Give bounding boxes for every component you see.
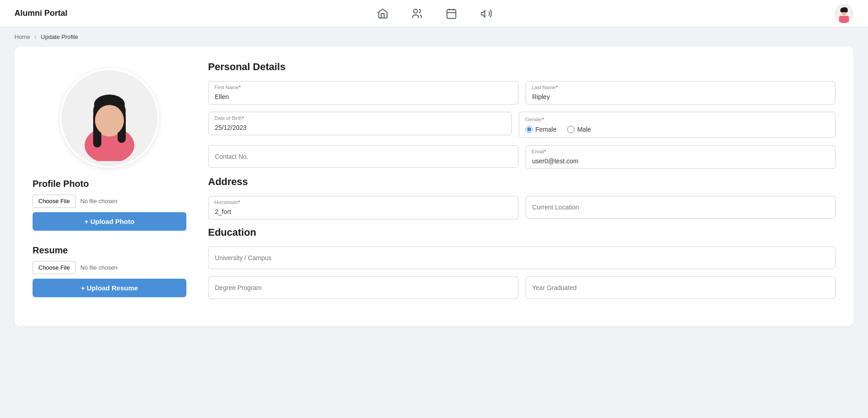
- year-input[interactable]: [526, 276, 836, 299]
- calendar-nav-icon[interactable]: [445, 7, 458, 20]
- main-nav: [376, 7, 492, 20]
- university-row: [208, 247, 835, 269]
- breadcrumb-separator: ›: [34, 33, 36, 40]
- contact-group: [208, 145, 518, 169]
- degree-year-row: [208, 276, 835, 299]
- gender-female-option[interactable]: Female: [526, 126, 557, 133]
- upload-photo-button[interactable]: + Upload Photo: [33, 212, 186, 231]
- resume-choose-file[interactable]: Choose File: [33, 261, 76, 274]
- university-group: [208, 247, 835, 269]
- user-avatar[interactable]: [835, 4, 854, 23]
- gender-male-option[interactable]: Male: [567, 126, 591, 133]
- dob-gender-row: Date of Birth* Gender* Female: [208, 112, 835, 138]
- gender-group: Gender* Female Male: [519, 112, 836, 138]
- breadcrumb-home[interactable]: Home: [14, 33, 30, 40]
- svg-rect-1: [447, 10, 456, 19]
- left-panel: Profile Photo Choose File No file chosen…: [33, 61, 186, 312]
- users-nav-icon[interactable]: [411, 7, 423, 20]
- upload-resume-button[interactable]: + Upload Resume: [33, 279, 186, 297]
- gender-label: Gender*: [526, 117, 829, 122]
- first-name-group: First Name*: [208, 81, 518, 104]
- dob-input[interactable]: [208, 112, 512, 135]
- contact-input[interactable]: [208, 145, 518, 168]
- profile-photo-choose-file[interactable]: Choose File: [33, 195, 76, 208]
- degree-group: [208, 276, 518, 299]
- breadcrumb: Home › Update Profile: [0, 27, 868, 47]
- email-input[interactable]: [526, 145, 836, 169]
- gender-male-label: Male: [577, 126, 591, 133]
- hometown-group: Hometown*: [208, 196, 518, 219]
- personal-details-title: Personal Details: [208, 61, 835, 73]
- last-name-input[interactable]: [526, 81, 836, 104]
- gender-male-radio[interactable]: [567, 126, 574, 133]
- svg-point-0: [413, 9, 417, 13]
- breadcrumb-current: Update Profile: [41, 33, 78, 40]
- degree-input[interactable]: [208, 276, 518, 299]
- svg-rect-7: [839, 16, 849, 23]
- first-name-input[interactable]: [208, 81, 518, 104]
- profile-card: Profile Photo Choose File No file chosen…: [14, 47, 854, 326]
- dob-group: Date of Birth*: [208, 112, 512, 138]
- address-title: Address: [208, 176, 835, 188]
- email-group: Email*: [526, 145, 836, 169]
- year-group: [526, 276, 836, 299]
- home-nav-icon[interactable]: [376, 7, 389, 20]
- megaphone-nav-icon[interactable]: [479, 7, 492, 20]
- right-panel: Personal Details First Name* Last Name*: [208, 61, 835, 312]
- gender-female-radio[interactable]: [526, 126, 533, 133]
- app-title: Alumni Portal: [14, 9, 96, 18]
- header: Alumni Portal: [0, 0, 868, 27]
- profile-photo-no-file: No file chosen: [80, 198, 117, 204]
- profile-photo-file-row: Choose File No file chosen: [33, 195, 186, 208]
- education-title: Education: [208, 227, 835, 238]
- profile-photo-label: Profile Photo: [33, 179, 89, 189]
- address-row: Hometown*: [208, 196, 835, 219]
- contact-email-row: Email*: [208, 145, 835, 169]
- gender-radio-row: Female Male: [526, 126, 829, 133]
- hometown-input[interactable]: [208, 196, 518, 219]
- university-input[interactable]: [208, 247, 835, 269]
- current-location-group: [526, 196, 836, 219]
- resume-file-row: Choose File No file chosen: [33, 261, 186, 274]
- resume-no-file: No file chosen: [80, 264, 117, 271]
- current-location-input[interactable]: [526, 196, 836, 218]
- name-row: First Name* Last Name*: [208, 81, 835, 104]
- profile-avatar: [60, 68, 159, 168]
- gender-female-label: Female: [536, 126, 557, 133]
- resume-label: Resume: [33, 245, 68, 256]
- main-container: Profile Photo Choose File No file chosen…: [0, 47, 868, 344]
- last-name-group: Last Name*: [526, 81, 836, 104]
- svg-point-16: [95, 105, 124, 136]
